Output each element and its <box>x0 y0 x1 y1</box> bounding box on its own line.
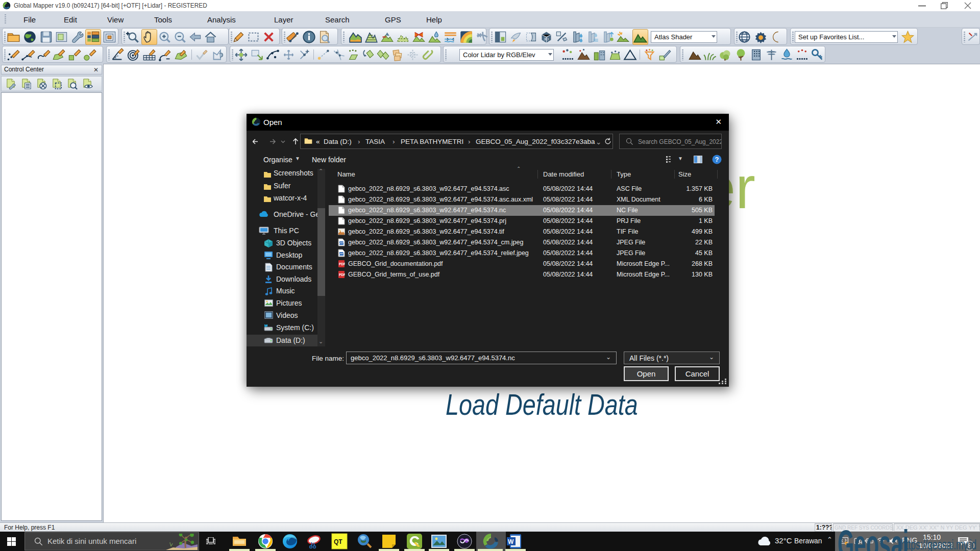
svg-text:QT: QT <box>334 538 342 545</box>
svg-text:W: W <box>508 538 514 545</box>
svg-text:PDF: PDF <box>339 273 345 277</box>
svg-text:PDF: PDF <box>339 262 345 266</box>
svg-text:3D: 3D <box>544 37 549 41</box>
svg-text:x°: x° <box>114 55 119 60</box>
svg-text:?: ? <box>715 156 719 163</box>
